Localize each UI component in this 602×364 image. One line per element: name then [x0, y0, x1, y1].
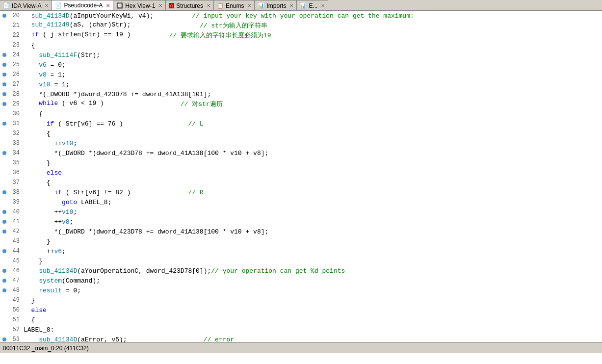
code-line-47[interactable]: 47 system(Command); — [0, 276, 602, 286]
code-line-34[interactable]: 34 *(_DWORD *)dword_423D78 += dword_41A1… — [0, 148, 602, 158]
code-line-26[interactable]: 26 v8 = 1; — [0, 70, 602, 79]
tab-label-struct: Structures — [176, 2, 203, 9]
code-line-46[interactable]: 46 sub_41134D(aYourOperationC, dword_423… — [0, 266, 602, 276]
code-line-23[interactable]: 23 { — [0, 40, 602, 50]
line-dot-27 — [1, 82, 8, 86]
tab-structures[interactable]: 🅰 Structures ✕ — [166, 0, 214, 11]
tab-icon-hex: 🔲 — [116, 2, 123, 9]
code-line-24[interactable]: 24 sub_41114F(Str); — [0, 50, 602, 60]
code-span: = 1; — [47, 71, 66, 78]
line-dot-26 — [1, 73, 8, 77]
comment-22: // 要求输入的字符串长度必须为19 — [169, 31, 271, 40]
code-span: if — [24, 189, 62, 196]
tab-extra[interactable]: 📊 E... ✕ — [297, 0, 328, 11]
line-num-21: 21 — [8, 22, 24, 29]
code-span: LABEL_8; — [77, 199, 111, 206]
line-num-33: 33 — [8, 140, 24, 147]
code-line-36[interactable]: 36 else — [0, 168, 602, 178]
code-line-27[interactable]: 27 v10 = 1; — [0, 79, 602, 89]
code-container: 20 sub_41134D(aInputYourKeyWi, v4); // i… — [0, 11, 602, 353]
line-code-35: } — [24, 159, 602, 167]
line-num-29: 29 — [8, 101, 24, 107]
tab-label-ida: IDA View-A — [12, 2, 41, 9]
line-code-24: sub_41114F(Str); — [24, 52, 602, 59]
line-dot-38 — [1, 190, 8, 194]
tab-imports[interactable]: 📊 Imports ✕ — [255, 0, 297, 11]
line-num-45: 45 — [8, 258, 24, 264]
code-span: else — [24, 307, 47, 314]
tab-ida-view-a[interactable]: 📄 IDA View-A ✕ — [0, 0, 52, 11]
comment-38: // R — [188, 189, 203, 196]
code-line-44[interactable]: 44 ++v6; — [0, 246, 602, 256]
tab-label-enum: Enums — [226, 2, 244, 9]
tab-close-enum[interactable]: ✕ — [247, 3, 251, 8]
line-dot-24 — [1, 53, 8, 57]
code-line-32[interactable]: 32 { — [0, 129, 602, 138]
code-line-25[interactable]: 25 v6 = 0; — [0, 60, 602, 70]
line-dot-41 — [1, 220, 8, 224]
line-code-41: ++v8; — [24, 218, 602, 226]
code-span: = 1; — [51, 81, 70, 88]
code-line-50[interactable]: 50 else — [0, 305, 602, 315]
code-line-30[interactable]: 30 { — [0, 109, 602, 119]
tab-hex-view-1[interactable]: 🔲 Hex View-1 ✕ — [113, 0, 166, 11]
line-num-44: 44 — [8, 248, 24, 255]
code-line-21[interactable]: 21 sub_411249(aS, (char)Str); // str为输入的… — [0, 21, 602, 30]
code-span: *(_DWORD *)dword_423D78 += dword_41A138[… — [24, 150, 268, 157]
tab-enums[interactable]: 📋 Enums ✕ — [214, 0, 255, 11]
code-line-39[interactable]: 39 goto LABEL_8; — [0, 197, 602, 207]
tab-close-pseudo[interactable]: ✕ — [106, 3, 110, 8]
line-num-34: 34 — [8, 150, 24, 156]
line-code-36: else — [24, 169, 602, 177]
code-span: v10 — [24, 81, 51, 88]
code-span: ++ — [24, 140, 62, 147]
code-line-43[interactable]: 43 } — [0, 236, 602, 246]
line-code-44: ++v6; — [24, 248, 602, 255]
code-line-38[interactable]: 38 if ( Str[v6] != 82 ) // R — [0, 187, 602, 197]
tab-close-struct[interactable]: ✕ — [207, 3, 210, 8]
code-line-31[interactable]: 31 if ( Str[v6] == 76 ) // L — [0, 119, 602, 129]
tab-close-imports[interactable]: ✕ — [289, 3, 293, 8]
code-span: (Str); — [77, 52, 100, 59]
line-num-20: 20 — [8, 12, 24, 19]
code-line-45[interactable]: 45 } — [0, 256, 602, 266]
code-span: } — [24, 238, 51, 245]
tab-label-extra: E... — [309, 2, 317, 9]
code-line-48[interactable]: 48 result = 0; — [0, 286, 602, 295]
code-span: *(_DWORD *)dword_423D78 += dword_41A138[… — [24, 91, 211, 98]
code-line-28[interactable]: 28 *(_DWORD *)dword_423D78 += dword_41A1… — [0, 89, 602, 99]
code-line-51[interactable]: 51 { — [0, 315, 602, 325]
tab-pseudocode-a[interactable]: 📄 Pseudocode-A ✕ — [52, 0, 113, 11]
line-code-40: ++v10; — [24, 208, 602, 216]
line-dot-44 — [1, 249, 8, 253]
line-code-48: result = 0; — [24, 287, 602, 294]
code-line-20[interactable]: 20 sub_41134D(aInputYourKeyWi, v4); // i… — [0, 11, 602, 21]
code-line-29[interactable]: 29 while ( v6 < 19 ) // 对str遍历 — [0, 99, 602, 109]
line-code-34: *(_DWORD *)dword_423D78 += dword_41A138[… — [24, 150, 602, 157]
code-span: v10 — [62, 208, 73, 216]
code-line-52[interactable]: 52 LABEL_8: — [0, 325, 602, 335]
code-line-33[interactable]: 33 ++v10; — [0, 138, 602, 148]
code-span: *(_DWORD *)dword_423D78 += dword_41A138[… — [24, 228, 268, 235]
line-code-30: { — [24, 110, 602, 118]
code-line-40[interactable]: 40 ++v10; — [0, 207, 602, 217]
code-line-41[interactable]: 41 ++v8; — [0, 217, 602, 227]
code-line-42[interactable]: 42 *(_DWORD *)dword_423D78 += dword_41A1… — [0, 227, 602, 236]
tab-close-ida[interactable]: ✕ — [45, 3, 49, 8]
tab-close-hex[interactable]: ✕ — [158, 3, 162, 8]
code-span: v10 — [62, 140, 73, 147]
code-span: while — [24, 100, 58, 108]
line-num-27: 27 — [8, 81, 24, 88]
line-num-52: 52 — [8, 326, 24, 333]
code-line-49[interactable]: 49 } — [0, 295, 602, 305]
code-line-35[interactable]: 35 } — [0, 158, 602, 168]
code-line-22[interactable]: 22 if ( j_strlen(Str) == 19 ) // 要求输入的字符… — [0, 30, 602, 40]
code-span: { — [24, 316, 35, 324]
code-span: if — [24, 31, 39, 40]
tab-close-extra[interactable]: ✕ — [321, 3, 325, 8]
line-code-25: v6 = 0; — [24, 61, 602, 69]
comment-46: // your operation can get %d points — [211, 267, 345, 275]
line-code-27: v10 = 1; — [24, 81, 602, 88]
code-span: sub_41134D — [24, 12, 70, 20]
code-line-37[interactable]: 37 { — [0, 178, 602, 187]
